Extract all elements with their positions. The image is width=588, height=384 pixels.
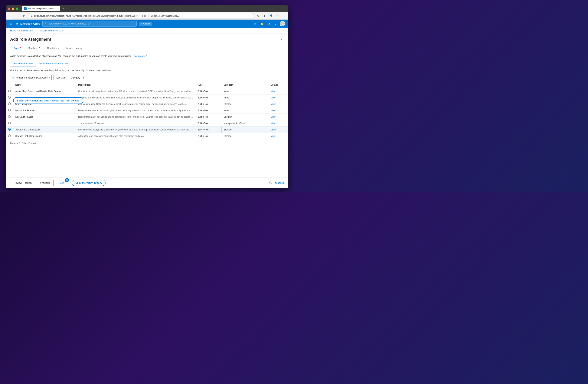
account-button[interactable]	[279, 21, 285, 27]
favorites-button[interactable]: ☆	[275, 13, 280, 19]
col-details: Details	[268, 82, 288, 88]
table-header: Name ↑↓ Description ↑↓ Type ↑↓	[6, 82, 288, 88]
view-link[interactable]: View	[271, 122, 275, 125]
table-row[interactable]: ... ... and request JIT access. BuiltInR…	[6, 120, 288, 127]
job-function-roles-tab[interactable]: Job function roles	[10, 61, 36, 66]
search-input[interactable]	[16, 77, 47, 79]
radio-cell	[6, 88, 13, 95]
page-title: Add role assignment	[10, 37, 51, 42]
details-cell[interactable]: View	[268, 127, 288, 133]
details-cell[interactable]: View	[268, 133, 288, 139]
category-cell: Storage	[221, 101, 268, 107]
previous-button[interactable]: Previous	[37, 180, 54, 186]
view-link[interactable]: View	[271, 115, 275, 118]
browser-window: A Add role assignment - Micros... × + ← …	[6, 5, 288, 188]
privileged-admin-roles-tab[interactable]: Privileged administrator roles	[36, 61, 71, 66]
details-cell[interactable]: View	[268, 120, 288, 127]
view-link[interactable]: View	[271, 135, 275, 137]
traffic-light-close[interactable]	[8, 8, 10, 10]
copilot-button[interactable]: ✦ Copilot	[139, 22, 152, 26]
review-assign-button[interactable]: Review + assign	[10, 180, 35, 186]
close-panel-button[interactable]: ×	[278, 37, 284, 42]
col-description[interactable]: Description ↑↓	[76, 82, 195, 88]
search-box[interactable]: 🔍 ×	[10, 75, 52, 80]
type-cell: BuiltInRole	[195, 95, 221, 101]
col-name[interactable]: Name ↑↓	[13, 82, 76, 88]
view-link[interactable]: View	[271, 96, 275, 99]
description-area: A role definition is a collection of per…	[6, 52, 288, 60]
traffic-light-minimize[interactable]	[12, 8, 14, 10]
new-tab-button[interactable]: +	[63, 7, 64, 10]
description-cell: Allows for read access to Azure Storage …	[76, 133, 195, 139]
radio-button[interactable]	[8, 115, 11, 118]
details-cell[interactable]: View	[268, 101, 288, 107]
tab-review-assign[interactable]: Review + assign	[62, 44, 87, 52]
table-row[interactable]: Health Bot Reader Users with reader acce…	[6, 107, 288, 114]
col-type[interactable]: Type ↑↓	[195, 82, 221, 88]
breadcrumb-home[interactable]: Home	[10, 29, 16, 32]
clear-search-button[interactable]: ×	[49, 77, 50, 79]
browser-tab-active[interactable]: A Add role assignment - Micros... ×	[22, 6, 60, 11]
table-row[interactable]: Azure Maps Search and Render Data Reader…	[6, 88, 288, 95]
breadcrumb-subscription-name[interactable]: ...	[36, 29, 38, 32]
col-category[interactable]: Category ↑↓	[221, 82, 268, 88]
type-cell: BuiltInRole	[195, 107, 221, 114]
more-tools-button[interactable]: ⋮	[281, 13, 286, 19]
view-link[interactable]: View	[271, 128, 275, 131]
extensions-button[interactable]: ⚙	[255, 13, 261, 19]
feedback-icon: 💬	[269, 181, 272, 184]
tab-members[interactable]: Members	[24, 44, 44, 52]
category-filter[interactable]: Category : All	[69, 75, 86, 80]
hamburger-menu[interactable]: ☰	[9, 21, 13, 26]
radio-button[interactable]	[8, 134, 11, 137]
main-content-panel: Add role assignment ... × Role Members C…	[6, 34, 288, 188]
type-cell: BuiltInRole	[195, 127, 221, 133]
radio-button[interactable]	[8, 122, 11, 124]
table-row[interactable]: Storage Blob Data Reader Allows for read…	[6, 133, 288, 139]
table-row[interactable]: Key Vault Reader Read metadata of key va…	[6, 114, 288, 120]
showing-results-label: Showing 1 - 10 of 10 results.	[6, 140, 288, 146]
radio-button[interactable]	[8, 109, 11, 112]
settings-button[interactable]: ⚙	[266, 21, 272, 27]
azure-search-input[interactable]	[48, 22, 135, 25]
tab-role[interactable]: Role	[10, 44, 24, 52]
wizard-footer: Review + assign Previous Next 3 Click th…	[6, 177, 288, 188]
sub-description: Grant access to Azure resources based on…	[6, 68, 288, 74]
page-more-button[interactable]: ...	[53, 38, 56, 41]
learn-more-link[interactable]: Learn more	[133, 55, 145, 58]
radio-button[interactable]	[8, 102, 11, 105]
details-cell[interactable]: View	[268, 114, 288, 120]
view-link[interactable]: View	[271, 103, 275, 105]
downloads-button[interactable]: ⬇	[262, 13, 267, 19]
details-cell[interactable]: View	[268, 107, 288, 114]
notifications-button[interactable]: 🔔	[259, 21, 265, 27]
mail-icon-button[interactable]: ✉	[252, 21, 258, 27]
tab-conditions[interactable]: Conditions	[44, 44, 62, 52]
tab-close-button[interactable]: ×	[58, 8, 59, 10]
address-bar[interactable]: 🔒 portal.azure.com/#view/Microsoft_Azure…	[28, 13, 254, 19]
back-button[interactable]: ←	[8, 13, 13, 19]
feedback-button[interactable]: 💬 Feedback	[269, 181, 284, 184]
type-filter[interactable]: Type : All	[54, 75, 67, 80]
breadcrumb-subscriptions[interactable]: Subscriptions	[19, 29, 33, 32]
table-row[interactable]: Reader and Data Access Lets you view eve…	[6, 127, 288, 133]
profile-button[interactable]: 👤	[268, 13, 274, 19]
type-cell: BuiltInRole	[195, 101, 221, 107]
refresh-button[interactable]: ↻	[21, 13, 26, 19]
radio-button[interactable]	[8, 90, 11, 92]
radio-button[interactable]	[8, 128, 11, 131]
copilot-label: ✦ Copilot	[141, 23, 150, 25]
radio-button[interactable]	[8, 96, 11, 99]
azure-search-box[interactable]: 🔍	[42, 21, 137, 27]
details-cell[interactable]: View	[268, 95, 288, 101]
description-cell: Provides permissions to list container r…	[76, 95, 195, 101]
details-cell[interactable]: View	[268, 88, 288, 95]
view-link[interactable]: View	[271, 109, 275, 112]
wizard-tabs: Role Members Conditions Review + assign	[6, 44, 288, 52]
view-link[interactable]: View	[271, 90, 275, 93]
tab-members-dot	[39, 47, 40, 48]
breadcrumb-iam[interactable]: Access control (IAM)	[40, 29, 61, 32]
traffic-light-maximize[interactable]	[16, 8, 18, 10]
help-button[interactable]: ?	[273, 21, 278, 27]
forward-button[interactable]: →	[14, 13, 20, 19]
